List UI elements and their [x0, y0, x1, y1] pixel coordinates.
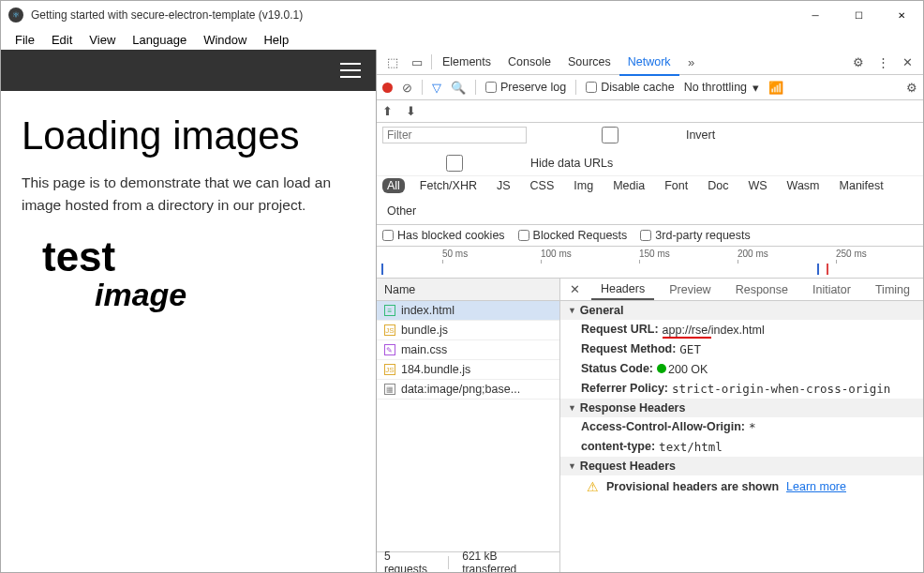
request-row-maincss[interactable]: ✎main.css [377, 340, 559, 360]
hide-data-urls-checkbox[interactable]: Hide data URLs [382, 155, 613, 172]
request-url-highlight: app://rse/ [663, 324, 711, 339]
dtab-timing[interactable]: Timing [866, 280, 919, 299]
status-requests: 5 requests [384, 550, 435, 574]
menu-edit[interactable]: Edit [43, 31, 81, 49]
record-icon[interactable] [382, 83, 393, 93]
filter-icon[interactable]: ▽ [432, 81, 441, 95]
preserve-log-checkbox[interactable]: Preserve log [485, 81, 566, 94]
dtab-initiator[interactable]: Initiator [803, 280, 860, 299]
detail-close-icon[interactable]: ✕ [564, 282, 586, 296]
warning-icon: ⚠ [587, 479, 599, 494]
menu-window[interactable]: Window [195, 31, 255, 49]
window-title: Getting started with secure-electron-tem… [31, 8, 303, 22]
tab-sources[interactable]: Sources [559, 50, 619, 74]
network-toolbar: ⊘ ▽ 🔍 Preserve log Disable cache No thro… [377, 75, 923, 100]
filter-bar: Invert Hide data URLs [377, 123, 923, 176]
network-toolbar-2: ⬆ ⬇ [377, 100, 923, 123]
search-icon[interactable]: 🔍 [451, 81, 466, 95]
maximize-button[interactable]: ☐ [837, 1, 880, 29]
provisional-warning: ⚠ Provisional headers are shown Learn mo… [560, 475, 923, 498]
devtools-close-icon[interactable]: ✕ [895, 55, 919, 69]
ftype-media[interactable]: Media [608, 178, 649, 193]
menu-help[interactable]: Help [255, 31, 297, 49]
ftype-img[interactable]: Img [569, 178, 598, 193]
settings-icon[interactable]: ⚙ [846, 55, 871, 69]
ftype-ws[interactable]: WS [743, 178, 771, 193]
menu-view[interactable]: View [81, 31, 124, 49]
hamburger-icon[interactable] [340, 63, 361, 78]
blocked-cookies-checkbox[interactable]: Has blocked cookies [382, 229, 505, 242]
filter-types: All Fetch/XHR JS CSS Img Media Font Doc … [377, 176, 923, 225]
filter-checks: Has blocked cookies Blocked Requests 3rd… [377, 225, 923, 247]
ftype-doc[interactable]: Doc [703, 178, 733, 193]
devtools-tabs: ⬚ ▭ Elements Console Sources Network » ⚙… [377, 50, 923, 75]
export-icon[interactable]: ⬇ [406, 104, 416, 118]
test-image-line2: image [42, 279, 355, 312]
status-dot-icon [657, 364, 666, 373]
disable-cache-checkbox[interactable]: Disable cache [586, 81, 675, 94]
import-icon[interactable]: ⬆ [382, 104, 393, 118]
menu-file[interactable]: File [7, 31, 43, 49]
test-image-line1: test [42, 235, 355, 279]
kebab-icon[interactable]: ⋮ [871, 55, 895, 69]
page-heading: Loading images [22, 113, 355, 158]
devtools-pane: ⬚ ▭ Elements Console Sources Network » ⚙… [377, 50, 923, 572]
device-toggle-icon[interactable]: ▭ [405, 55, 429, 69]
ftype-fetch[interactable]: Fetch/XHR [415, 178, 482, 193]
ftype-manifest[interactable]: Manifest [835, 178, 888, 193]
app-pane: Loading images This page is to demonstra… [1, 50, 377, 572]
section-response-headers[interactable]: Response Headers [560, 399, 923, 417]
filter-input[interactable] [382, 127, 527, 143]
request-row-index[interactable]: ≡index.html [377, 301, 559, 321]
blocked-requests-checkbox[interactable]: Blocked Requests [518, 229, 628, 242]
throttling-select[interactable]: No throttling▾ [684, 81, 759, 95]
request-list: Name ≡index.html JSbundle.js ✎main.css J… [377, 279, 560, 572]
menu-language[interactable]: Language [124, 31, 195, 49]
ftype-css[interactable]: CSS [526, 178, 559, 193]
tab-console[interactable]: Console [499, 50, 559, 74]
ftype-all[interactable]: All [382, 178, 405, 193]
tab-network[interactable]: Network [619, 50, 679, 76]
request-row-bundle[interactable]: JSbundle.js [377, 321, 559, 340]
page-description: This page is to demonstrate that we can … [22, 172, 355, 217]
ftype-js[interactable]: JS [492, 178, 515, 193]
network-conditions-icon[interactable]: 📶 [768, 81, 783, 95]
more-tabs-icon[interactable]: » [679, 55, 704, 69]
learn-more-link[interactable]: Learn more [786, 480, 846, 493]
dtab-headers[interactable]: Headers [591, 279, 654, 300]
invert-checkbox[interactable]: Invert [538, 127, 715, 143]
request-detail: ✕ Headers Preview Response Initiator Tim… [560, 279, 923, 572]
app-icon: ⚛ [8, 8, 23, 23]
window-titlebar: ⚛ Getting started with secure-electron-t… [1, 1, 923, 29]
request-row-184bundle[interactable]: JS184.bundle.js [377, 360, 559, 380]
overview-timeline[interactable]: 50 ms 100 ms 150 ms 200 ms 250 ms [377, 247, 923, 279]
close-button[interactable]: ✕ [880, 1, 923, 29]
network-settings-icon[interactable]: ⚙ [906, 81, 917, 95]
status-transferred: 621 kB transferred [462, 550, 552, 574]
request-list-header[interactable]: Name [377, 279, 559, 301]
ftype-other[interactable]: Other [382, 204, 421, 219]
minimize-button[interactable]: ─ [794, 1, 837, 29]
section-general[interactable]: General [560, 301, 923, 320]
detail-tabs: ✕ Headers Preview Response Initiator Tim… [560, 279, 923, 301]
tab-elements[interactable]: Elements [434, 50, 499, 74]
menu-bar: File Edit View Language Window Help [1, 29, 923, 50]
dtab-response[interactable]: Response [726, 280, 797, 299]
test-image: test image [22, 235, 355, 312]
clear-icon[interactable]: ⊘ [402, 81, 412, 95]
request-row-dataimage[interactable]: ▦data:image/png;base... [377, 380, 559, 400]
ftype-wasm[interactable]: Wasm [782, 178, 825, 193]
section-request-headers[interactable]: Request Headers [560, 457, 923, 475]
app-header [1, 50, 376, 91]
dtab-preview[interactable]: Preview [660, 280, 720, 299]
third-party-checkbox[interactable]: 3rd-party requests [640, 229, 750, 242]
inspect-icon[interactable]: ⬚ [380, 55, 405, 69]
ftype-font[interactable]: Font [660, 178, 693, 193]
network-status-bar: 5 requests 621 kB transferred [377, 551, 559, 572]
